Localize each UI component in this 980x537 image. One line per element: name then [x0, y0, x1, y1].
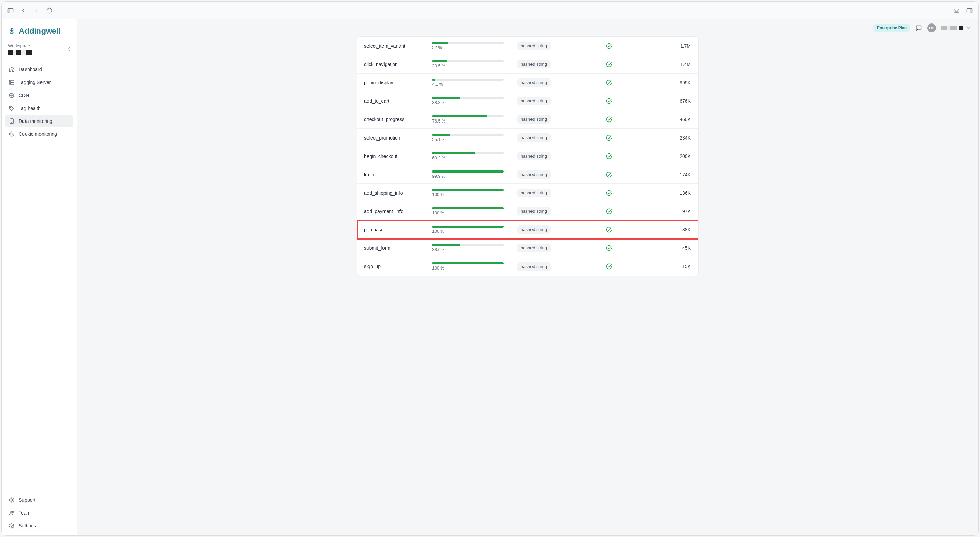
settings-icon [8, 523, 14, 529]
type-pill: hashed string [517, 244, 550, 252]
svg-point-14 [10, 107, 11, 108]
progress-cell: 38.6 % [432, 244, 517, 252]
status-cell [606, 263, 646, 270]
check-circle-icon [606, 226, 612, 233]
progress-bar [432, 42, 504, 44]
count-cell: 1.4M [646, 62, 692, 67]
avatar[interactable]: OS [927, 24, 936, 32]
type-cell: hashed string [517, 207, 606, 215]
progress-label: 99.9 % [432, 174, 517, 178]
sidebar-item-dashboard[interactable]: Dashboard [5, 63, 73, 76]
event-name: add_to_cart [364, 98, 432, 104]
progress-cell: 99.9 % [432, 171, 517, 178]
event-name: select_item_variant [364, 43, 432, 49]
sidebar-item-support[interactable]: Support [5, 494, 73, 506]
event-name: popin_display [364, 80, 432, 85]
status-cell [606, 79, 646, 86]
svg-rect-3 [956, 10, 958, 11]
sidebar-item-label: CDN [19, 92, 29, 98]
type-cell: hashed string [517, 262, 606, 271]
sidebar-item-label: Data monitoring [19, 118, 52, 124]
forward-icon[interactable] [33, 7, 40, 14]
table-row[interactable]: click_navigation20.5 %hashed string1.4M [357, 55, 698, 73]
check-circle-icon [606, 98, 612, 105]
sidebar-item-settings[interactable]: Settings [5, 519, 73, 532]
progress-bar [432, 97, 504, 99]
account-color-swatch [959, 26, 963, 30]
progress-bar [432, 115, 504, 117]
event-name: submit_form [364, 245, 432, 251]
check-circle-icon [606, 61, 612, 68]
progress-cell: 25.1 % [432, 134, 517, 142]
progress-cell: 22 % [432, 42, 517, 50]
sidebar-item-tagging-server[interactable]: Tagging Server [5, 76, 73, 88]
sidebar-item-data-monitoring[interactable]: Data monitoring [5, 115, 73, 127]
sidebar-item-tag-health[interactable]: Tag health [5, 102, 73, 114]
svg-point-23 [11, 499, 12, 500]
back-icon[interactable] [20, 7, 27, 14]
table-row[interactable]: select_promotion25.1 %hashed string234K [357, 129, 698, 147]
check-circle-icon [606, 263, 612, 270]
table-row[interactable]: checkout_progress76.5 %hashed string460K [357, 110, 698, 129]
type-pill: hashed string [517, 170, 550, 178]
event-name: login [364, 172, 432, 177]
chat-icon[interactable] [915, 24, 923, 32]
progress-cell: 76.5 % [432, 115, 517, 124]
sidebar-item-cdn[interactable]: CDN [5, 89, 73, 101]
table-row[interactable]: add_to_cart38.8 %hashed string676K [357, 92, 698, 110]
table-row[interactable]: begin_checkout60.2 %hashed string200K [357, 147, 698, 166]
type-pill: hashed string [517, 188, 550, 197]
sidebar-item-label: Support [19, 497, 35, 503]
type-cell: hashed string [517, 60, 606, 69]
table-row[interactable]: login99.9 %hashed string174K [357, 166, 698, 184]
sidebar-item-label: Team [19, 510, 30, 516]
type-cell: hashed string [517, 134, 606, 142]
sidebar-item-cookie-monitoring[interactable]: Cookie monitoring [5, 128, 73, 140]
check-circle-icon [606, 171, 612, 178]
progress-bar [432, 244, 504, 246]
reload-icon[interactable] [46, 7, 53, 14]
progress-bar [432, 60, 504, 62]
type-cell: hashed string [517, 170, 606, 178]
account-name [941, 26, 956, 30]
count-cell: 200K [646, 153, 692, 159]
status-cell [606, 226, 646, 233]
sidebar-toggle-icon[interactable] [7, 7, 14, 14]
status-cell [606, 208, 646, 215]
table-row[interactable]: purchase100 %hashed string88K [357, 220, 698, 239]
panel-right-icon[interactable] [966, 7, 973, 14]
table-row[interactable]: add_payment_info100 %hashed string97K [357, 202, 698, 220]
table-row[interactable]: submit_form38.6 %hashed string45K [357, 239, 698, 257]
progress-cell: 100 % [432, 207, 517, 215]
check-circle-icon [606, 116, 612, 123]
status-cell [606, 61, 646, 68]
progress-label: 22 % [432, 45, 517, 50]
svg-rect-4 [967, 8, 972, 13]
progress-label: 60.2 % [432, 156, 517, 160]
type-pill: hashed string [517, 225, 550, 234]
sidebar-item-label: Cookie monitoring [19, 131, 57, 137]
table-row[interactable]: select_item_variant22 %hashed string1.7M [357, 37, 698, 55]
table-row[interactable]: popin_display4.1 %hashed string999K [357, 73, 698, 92]
check-circle-icon [606, 153, 612, 159]
brand: Addingwell [5, 24, 73, 39]
progress-bar [432, 262, 504, 265]
type-pill: hashed string [517, 115, 550, 124]
sidebar-item-label: Tagging Server [19, 80, 51, 85]
event-name: click_navigation [364, 62, 432, 67]
data-monitoring-icon [8, 118, 14, 124]
account-switcher[interactable] [941, 25, 971, 30]
progress-label: 20.5 % [432, 64, 517, 69]
type-pill: hashed string [517, 60, 550, 69]
table-row[interactable]: add_shipping_info100 %hashed string136K [357, 184, 698, 202]
workspace-selector[interactable]: Workspace [5, 39, 73, 60]
table-row[interactable]: sign_up100 %hashed string15K [357, 257, 698, 276]
check-circle-icon [606, 190, 612, 196]
svg-point-11 [10, 81, 11, 81]
events-table: select_item_variant22 %hashed string1.7M… [357, 37, 698, 276]
sidebar-item-team[interactable]: Team [5, 507, 73, 519]
team-icon [8, 510, 14, 516]
chevron-down-icon [966, 25, 971, 30]
extensions-icon[interactable] [953, 7, 960, 14]
progress-label: 100 % [432, 192, 517, 197]
